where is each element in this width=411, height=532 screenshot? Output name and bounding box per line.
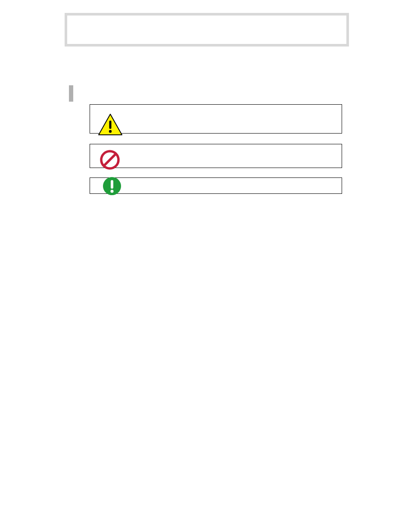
svg-rect-6 [111, 180, 113, 189]
document-page [0, 0, 411, 532]
section-marker [69, 85, 73, 102]
callout-prohibited [90, 144, 342, 168]
prohibited-icon [100, 149, 120, 170]
mandatory-icon [102, 176, 122, 196]
warning-triangle-icon [98, 113, 123, 136]
svg-line-4 [104, 154, 116, 166]
callout-mandatory [90, 177, 342, 194]
svg-point-7 [110, 190, 113, 193]
svg-rect-1 [109, 121, 112, 129]
svg-point-2 [109, 130, 112, 133]
callout-warning [90, 104, 342, 134]
page-banner [65, 13, 349, 47]
